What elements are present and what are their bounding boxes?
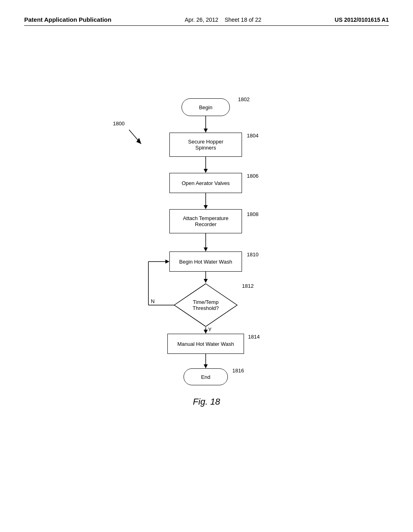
svg-marker-22 [174, 284, 237, 326]
node-diamond-svg [173, 283, 238, 327]
svg-marker-7 [204, 247, 208, 251]
node-secure-hopper: Secure Hopper Spinners [169, 133, 242, 157]
ref-1804: 1804 [247, 133, 259, 139]
svg-marker-14 [204, 364, 208, 368]
svg-text:Y: Y [208, 326, 212, 332]
node-attach-temp: Attach Temperature Recorder [169, 209, 242, 233]
ref-1810: 1810 [247, 251, 259, 258]
node-open-aerator: Open Aerator Valves [169, 173, 242, 193]
publication-label: Patent Application Publication [24, 16, 111, 23]
ref-1800-arrow [121, 126, 145, 150]
ref-1816: 1816 [232, 368, 244, 374]
ref-1806: 1806 [247, 173, 259, 179]
svg-marker-3 [204, 169, 208, 173]
svg-marker-1 [204, 129, 208, 133]
ref-1812: 1812 [242, 283, 254, 289]
node-manual-hot-wash: Manual Hot Water Wash [167, 334, 244, 354]
svg-marker-11 [204, 330, 208, 334]
svg-marker-18 [165, 260, 169, 264]
patent-number: US 2012/0101615 A1 [335, 17, 389, 23]
node-begin-hot-wash: Begin Hot Water Wash [169, 251, 242, 272]
sheet-info: Sheet 18 of 22 [225, 17, 261, 23]
ref-1814: 1814 [248, 334, 260, 340]
node-begin: Begin [181, 98, 230, 116]
header: Patent Application Publication Apr. 26, … [24, 16, 389, 26]
svg-marker-9 [204, 279, 208, 283]
svg-marker-5 [204, 205, 208, 209]
ref-1808: 1808 [247, 211, 259, 217]
page: Patent Application Publication Apr. 26, … [0, 0, 413, 532]
header-center: Apr. 26, 2012 Sheet 18 of 22 [185, 17, 261, 23]
figure-label: Fig. 18 [24, 397, 389, 407]
diagram-area: Y N 1800 Begin 1802 Secure Hopper Spi [24, 42, 389, 372]
svg-text:N: N [151, 298, 154, 304]
pub-date: Apr. 26, 2012 [185, 17, 218, 23]
ref-1802: 1802 [238, 96, 250, 102]
node-end: End [184, 368, 228, 385]
